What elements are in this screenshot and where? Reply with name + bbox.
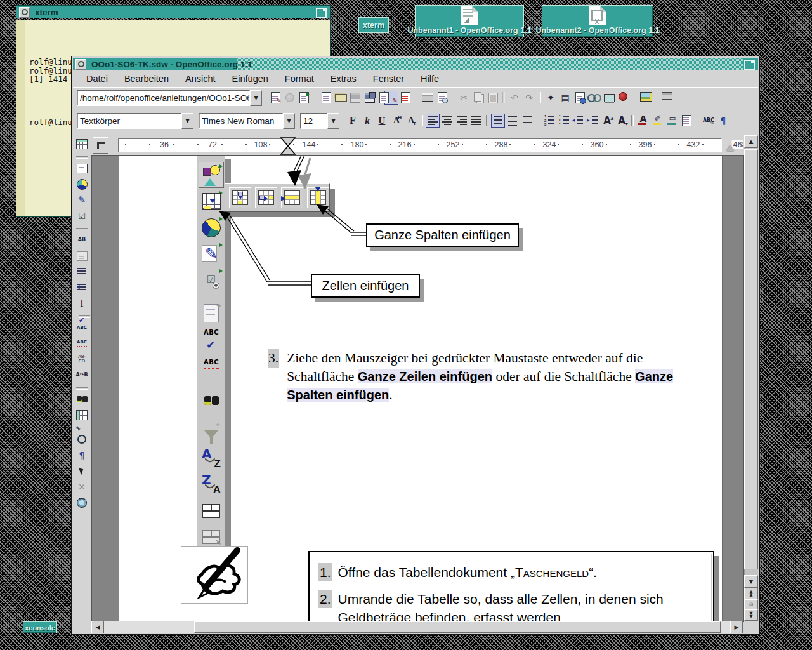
align-center-button[interactable] — [440, 114, 454, 128]
url-combobox[interactable]: /home/rolf/openoffice/anleitungen/OOo1-S… — [77, 91, 262, 105]
minimized-xterm[interactable]: xterm — [358, 17, 389, 33]
chevron-down-icon[interactable]: ▼ — [283, 113, 295, 129]
minimized-unbenannt1[interactable]: Unbenannt1 - OpenOffice.org 1.1 — [415, 5, 524, 37]
menu-hilfe[interactable]: Hilfe — [412, 72, 447, 85]
copy-icon[interactable] — [471, 91, 485, 105]
tab-type-button[interactable] — [93, 137, 108, 154]
insert-index-icon[interactable] — [75, 281, 89, 295]
increase-indent-button[interactable] — [586, 114, 599, 128]
line-spacing-1-button[interactable] — [491, 114, 505, 128]
paste-icon[interactable] — [486, 91, 500, 105]
bullet-list-button[interactable] — [556, 114, 570, 128]
align-right-button[interactable] — [455, 114, 469, 128]
task-frame[interactable]: 1. Öffne das Tabellendokument „Taschenge… — [308, 551, 714, 622]
callout-zellen[interactable]: Zellen einfügen — [311, 274, 420, 298]
vscroll-track[interactable] — [744, 148, 758, 575]
xterm-titlebar[interactable]: xterm — [16, 6, 330, 18]
load-url-icon[interactable] — [268, 91, 282, 105]
menu-ansicht[interactable]: Ansicht — [177, 72, 224, 85]
print-icon[interactable] — [421, 91, 435, 105]
menu-format[interactable]: Format — [277, 72, 322, 85]
superscript-button[interactable]: A — [390, 114, 403, 128]
form-functions-icon[interactable]: ☑ — [75, 209, 89, 223]
font-size-up-button[interactable]: A — [600, 114, 614, 128]
line-spacing-2-button[interactable] — [520, 114, 534, 128]
window-menu-button[interactable] — [75, 59, 86, 70]
new-from-template-icon[interactable] — [304, 91, 318, 105]
direct-cursor-icon[interactable]: I — [75, 296, 89, 310]
underline-button[interactable]: U — [375, 114, 389, 128]
font-color-button[interactable]: A — [636, 114, 650, 128]
url-field[interactable]: /home/rolf/openoffice/anleitungen/OOo1-S… — [77, 90, 250, 106]
hyphenation-icon[interactable]: AB- CD — [75, 352, 89, 366]
scroll-up-button[interactable]: ▲ — [744, 135, 758, 148]
decrease-indent-button[interactable] — [571, 114, 585, 128]
font-name-combobox[interactable]: Times New Roman ▼ — [199, 114, 295, 128]
scroll-down-button[interactable]: ▼ — [744, 575, 758, 588]
vertical-scrollbar[interactable]: ▲ ▼ ▲ ▲ ▼ ▼ — [744, 135, 758, 621]
scroll-left-button[interactable]: ◀ — [91, 621, 104, 633]
restore-icon[interactable] — [744, 60, 755, 70]
font-size-down-button[interactable]: A — [615, 114, 629, 128]
navigation-button[interactable] — [744, 599, 758, 609]
zoom-icon[interactable] — [75, 432, 89, 446]
previous-page-button[interactable]: ▲ ▲ — [744, 588, 758, 599]
form-functions-icon[interactable] — [667, 91, 681, 105]
insert-graphics-icon[interactable] — [75, 177, 89, 191]
align-justify-button[interactable] — [469, 114, 483, 128]
save-icon[interactable] — [348, 91, 362, 105]
edit-file-icon[interactable] — [384, 91, 398, 105]
window-menu-button[interactable] — [19, 7, 30, 18]
minimized-xconsole[interactable]: xconsole — [23, 621, 57, 633]
bold-button[interactable]: F — [346, 114, 360, 128]
horizontal-scrollbar[interactable]: ◀ ▶ — [91, 621, 743, 633]
insert-fields-icon[interactable]: AB — [75, 233, 89, 247]
align-left-button[interactable] — [426, 114, 440, 128]
numbering-icon[interactable] — [75, 265, 89, 279]
hyperlink-icon[interactable] — [587, 91, 601, 105]
highlighting-button[interactable] — [651, 114, 665, 128]
menu-einfuegen[interactable]: Einfügen — [224, 72, 277, 85]
online-layout-icon[interactable] — [602, 91, 616, 105]
gallery-icon[interactable] — [573, 91, 587, 105]
next-page-button[interactable]: ▼ ▼ — [744, 609, 758, 621]
subscript-button[interactable]: A — [404, 114, 418, 128]
menu-datei[interactable]: Datei — [78, 72, 116, 85]
open-icon[interactable] — [334, 91, 348, 105]
nonprinting-chars-icon[interactable]: ¶ — [75, 448, 89, 462]
new-document-icon[interactable] — [319, 91, 333, 105]
restore-icon[interactable] — [316, 8, 327, 18]
paragraph-marks-icon[interactable]: ¶ — [716, 114, 730, 128]
thesaurus-icon[interactable]: A↷B — [75, 368, 89, 382]
font-size-combobox[interactable]: 12 ▼ — [300, 114, 339, 128]
cut-icon[interactable]: ✂ — [457, 91, 471, 105]
chevron-down-icon[interactable]: ▼ — [327, 113, 339, 129]
stop-loading-icon[interactable] — [283, 91, 297, 105]
terminal-scrollbar[interactable] — [16, 20, 25, 216]
spellcheck-icon[interactable]: ABC — [75, 321, 89, 335]
hscroll-thumb[interactable] — [194, 621, 721, 633]
right-indent-marker[interactable] — [726, 145, 734, 151]
vscroll-thumb[interactable] — [744, 149, 758, 569]
menu-bearbeiten[interactable]: Bearbeiten — [116, 72, 177, 85]
find-icon[interactable] — [75, 392, 89, 406]
page-preview-icon[interactable] — [435, 91, 449, 105]
navigator-icon[interactable]: ✦ — [544, 91, 558, 105]
minimized-unbenannt2[interactable]: Unbenannt2 - OpenOffice.org 1.1 — [542, 5, 653, 37]
document-view[interactable]: ✎☑✦ABCABCAZ — [91, 155, 744, 622]
insert-table-icon[interactable] — [75, 137, 89, 151]
horizontal-ruler[interactable]: 3672108144180216252288324360396432468 — [91, 135, 743, 156]
data-sources-icon[interactable] — [75, 408, 89, 422]
export-pdf-icon[interactable] — [406, 91, 420, 105]
draw-functions-icon[interactable]: ✎ — [75, 193, 89, 207]
background-color-button[interactable] — [665, 114, 679, 128]
italic-button[interactable]: k — [360, 114, 374, 128]
callout-ganze-spalten[interactable]: Ganze Spalten einfügen — [366, 223, 519, 247]
paragraph-dialog-icon[interactable] — [687, 114, 701, 128]
web-icon[interactable] — [75, 496, 89, 510]
numbered-list-button[interactable] — [542, 114, 556, 128]
gallery-images-icon[interactable] — [645, 91, 659, 105]
menu-fenster[interactable]: Fenster — [365, 72, 412, 85]
stylist-icon[interactable]: ▤ — [558, 91, 572, 105]
insert-frame-icon[interactable] — [75, 161, 89, 175]
